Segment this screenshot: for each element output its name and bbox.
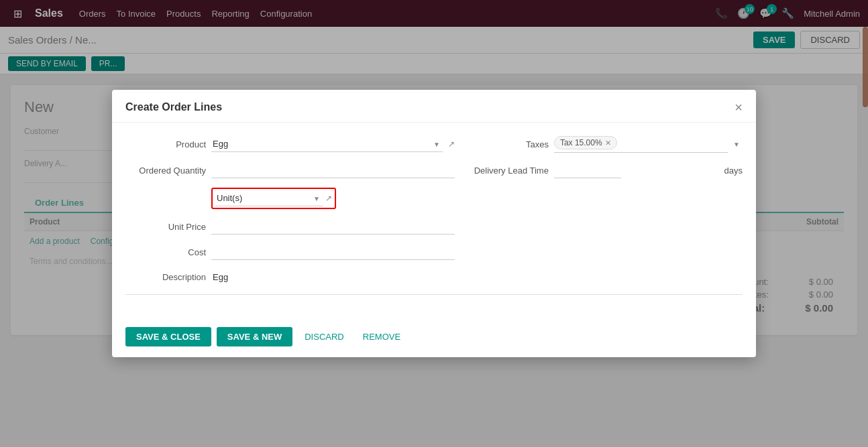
modal-divider	[125, 294, 743, 295]
unit-select-wrapper: Unit(s) ▼	[215, 190, 323, 206]
modal-footer: SAVE & CLOSE SAVE & NEW DISCARD REMOVE	[112, 319, 756, 357]
delivery-lead-label: Delivery Lead Time	[468, 166, 549, 176]
row-unit: Unit(s) ▼ ↗	[125, 188, 743, 209]
unit-external-link-icon[interactable]: ↗	[325, 194, 332, 203]
modal-header: Create Order Lines ×	[112, 90, 756, 123]
delivery-lead-group: Delivery Lead Time 0.00 days	[468, 162, 743, 178]
description-value: Egg	[211, 269, 455, 285]
qty-group: Ordered Quantity 1.000	[125, 162, 455, 178]
unit-select[interactable]: Unit(s)	[215, 190, 323, 206]
unit-price-label: Unit Price	[125, 222, 206, 232]
modal-dialog: Create Order Lines × Product Egg ▼	[112, 90, 756, 357]
delivery-lead-control: 0.00	[554, 162, 715, 178]
unit-group: Unit(s) ▼ ↗	[125, 188, 455, 209]
save-close-button[interactable]: SAVE & CLOSE	[125, 327, 211, 346]
modal-close-button[interactable]: ×	[735, 101, 743, 114]
cost-group: Cost 3	[125, 244, 455, 260]
row-cost: Cost 3	[125, 244, 743, 260]
row-product-taxes: Product Egg ▼ ↗ Taxes	[125, 136, 743, 153]
product-group: Product Egg ▼ ↗	[125, 136, 455, 152]
row-unit-price: Unit Price 5	[125, 218, 743, 235]
modal-discard-button[interactable]: DISCARD	[298, 327, 351, 346]
unit-price-control: 5	[211, 218, 455, 235]
modal-title: Create Order Lines	[125, 101, 222, 113]
product-select[interactable]: Egg	[211, 136, 443, 152]
product-label: Product	[125, 139, 206, 149]
row-description: Description Egg	[125, 269, 743, 285]
product-select-wrapper: Egg ▼	[211, 136, 443, 152]
cost-control: 3	[211, 244, 455, 260]
description-group: Description Egg	[125, 269, 455, 285]
taxes-label: Taxes	[468, 139, 549, 149]
modal-remove-button[interactable]: REMOVE	[356, 327, 407, 346]
unit-highlighted-wrapper: Unit(s) ▼ ↗	[211, 188, 336, 209]
delivery-lead-input[interactable]: 0.00	[554, 162, 621, 178]
taxes-control: Tax 15.00% ✕	[554, 136, 728, 153]
tax-tag-label: Tax 15.00%	[560, 138, 602, 147]
unit-price-input[interactable]: 5	[211, 218, 455, 235]
tax-tag: Tax 15.00% ✕	[554, 136, 617, 149]
taxes-dropdown-icon: ▼	[733, 141, 740, 148]
modal-overlay: Create Order Lines × Product Egg ▼	[0, 0, 868, 447]
days-label: days	[724, 166, 743, 176]
description-control: Egg	[211, 269, 455, 285]
taxes-group: Taxes Tax 15.00% ✕ ▼	[468, 136, 743, 153]
description-label: Description	[125, 269, 206, 282]
save-new-button[interactable]: SAVE & NEW	[217, 327, 292, 346]
cost-input[interactable]: 3	[211, 244, 455, 260]
product-external-link-icon[interactable]: ↗	[448, 139, 455, 149]
tax-tag-remove[interactable]: ✕	[605, 139, 611, 147]
product-control: Egg ▼	[211, 136, 443, 152]
ordered-qty-label: Ordered Quantity	[125, 166, 206, 176]
ordered-qty-input[interactable]: 1.000	[211, 162, 455, 178]
qty-control: 1.000	[211, 162, 455, 178]
row-qty-delivery: Ordered Quantity 1.000 Delivery Lead Tim…	[125, 162, 743, 178]
unit-price-group: Unit Price 5	[125, 218, 455, 235]
cost-label: Cost	[125, 247, 206, 257]
modal-body: Product Egg ▼ ↗ Taxes	[112, 123, 756, 319]
